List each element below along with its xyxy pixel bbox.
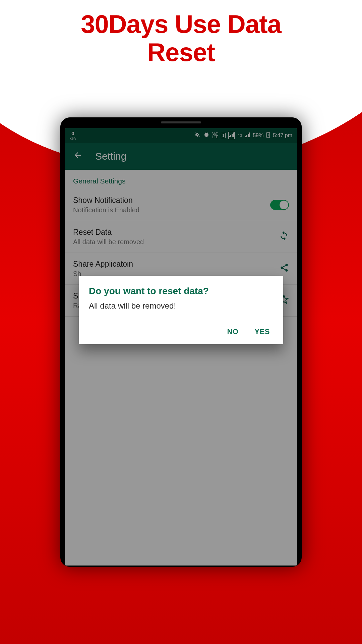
dialog-no-button[interactable]: NO (227, 327, 238, 336)
phone-frame: 0 KB/s Vo))LTE 1 4G 59% (60, 117, 302, 567)
promo-headline: 30Days Use Data Reset (0, 10, 362, 66)
modal-scrim[interactable] (65, 128, 297, 566)
phone-speaker (161, 121, 201, 123)
phone-screen: 0 KB/s Vo))LTE 1 4G 59% (65, 128, 297, 566)
reset-confirm-dialog: Do you want to reset data? All data will… (79, 276, 283, 344)
promo-line-1: 30Days Use Data (0, 10, 362, 38)
dialog-actions: NO YES (89, 327, 273, 339)
dialog-yes-button[interactable]: YES (254, 327, 270, 336)
dialog-title: Do you want to reset data? (89, 286, 273, 297)
dialog-message: All data will be removed! (89, 301, 273, 311)
promo-line-2: Reset (0, 38, 362, 66)
